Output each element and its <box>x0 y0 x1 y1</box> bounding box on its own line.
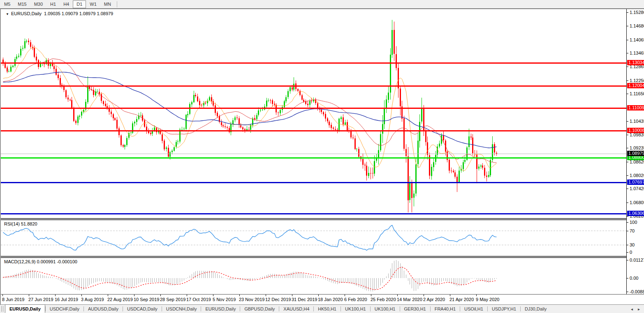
macd-value-label: MACD(12,26,9) 0.000991 -0.000100 <box>4 259 77 264</box>
macd-tick <box>627 278 628 278</box>
timeframe-button-h1[interactable]: H1 <box>46 0 60 8</box>
tab-eurusd-daily[interactable]: EURUSD,Daily <box>201 305 240 313</box>
date-tick <box>187 295 187 296</box>
tab-usdcad-daily[interactable]: USDCAD,Daily <box>123 305 162 313</box>
macd-pane[interactable]: MACD(12,26,9) 0.000991 -0.000100 <box>1 258 626 294</box>
tab-usoil-h1[interactable]: USOil,H1 <box>460 305 487 313</box>
price-tick-label: 1.14065 <box>630 37 644 42</box>
rsi-tick <box>627 222 628 223</box>
tab-dj30-daily[interactable]: DJ30,Daily <box>521 305 551 313</box>
price-tick <box>627 189 628 189</box>
chart-tab-bar: EURUSD,DailyUSDCHF,DailyAUDUSD,DailyUSDC… <box>0 304 644 313</box>
date-tick <box>266 295 266 296</box>
date-label: 3 Aug 2019 <box>81 297 104 302</box>
date-tick <box>371 295 371 296</box>
date-tick <box>213 295 213 296</box>
date-label: 2 Apr 2020 <box>423 297 445 302</box>
tab-ger30-h1[interactable]: GER30,H1 <box>400 305 430 313</box>
tab-fra40-h1[interactable]: FRA40,H1 <box>431 305 460 313</box>
rsi-tick-label: 70 <box>630 228 635 233</box>
date-tick <box>55 295 56 296</box>
timeframe-button-m15[interactable]: M15 <box>14 0 30 8</box>
date-tick <box>450 295 450 296</box>
price-tag-1.12004: 1.12004 <box>627 83 644 88</box>
chart-window[interactable]: ▼EURUSD,Daily 1.09035 1.09079 1.08979 1.… <box>0 9 644 304</box>
tab-uk100-h1[interactable]: UK100,H1 <box>371 305 400 313</box>
tabbar-grip[interactable] <box>1 306 3 312</box>
level-line-1.12004 <box>1 85 626 87</box>
timeframe-button-h4[interactable]: H4 <box>60 0 73 8</box>
price-tick <box>627 216 628 216</box>
symbol-period-label: EURUSD,Daily <box>11 11 42 16</box>
price-tick-label: 1.06805 <box>630 200 644 205</box>
macd-tick <box>627 260 628 260</box>
price-tick-label: 1.10435 <box>630 119 644 124</box>
tab-usdjpy-h1[interactable]: USDJPY,H1 <box>488 305 520 313</box>
candlestick-chart[interactable] <box>1 9 626 218</box>
timeframe-button-w1[interactable]: W1 <box>86 0 100 8</box>
rsi-tick <box>627 231 628 231</box>
tab-scroll-arrows: ◂ ▸ <box>631 307 644 311</box>
tab-audusd-daily[interactable]: AUDUSD,Daily <box>84 305 123 313</box>
current-price-tag: 1.08979 <box>627 151 644 156</box>
date-tick <box>239 295 240 296</box>
date-label: 14 Mar 2020 <box>397 297 422 302</box>
tab-xauusd-h4[interactable]: XAUUSD,H4 <box>279 305 313 313</box>
date-tick <box>424 295 424 296</box>
rsi-tick-label: 0 <box>630 250 632 255</box>
level-line-1.08800 <box>1 157 626 159</box>
date-label: 16 Jul 2019 <box>55 297 78 302</box>
price-axis[interactable]: 1.152801.146801.140651.134651.128651.122… <box>626 9 644 294</box>
tab-usdcnh-daily[interactable]: USDCNH,Daily <box>162 305 201 313</box>
price-tick <box>627 81 628 81</box>
macd-tick <box>627 292 628 292</box>
toolbar-separator <box>117 1 117 7</box>
rsi-chart <box>1 220 626 256</box>
tab-usdchf-daily[interactable]: USDCHF,Daily <box>46 305 83 313</box>
date-tick <box>2 295 3 296</box>
date-label: 10 Sep 2019 <box>134 297 159 302</box>
tab-gbpusd-daily[interactable]: GBPUSD,Daily <box>240 305 279 313</box>
date-label: 25 Feb 2020 <box>371 297 396 302</box>
timeframe-button-mn[interactable]: MN <box>100 0 115 8</box>
level-line-1.13034 <box>1 62 626 64</box>
timeframe-button-m5[interactable]: M5 <box>0 0 14 8</box>
price-tick <box>627 175 628 176</box>
price-tick <box>627 148 628 148</box>
price-tick <box>627 162 628 162</box>
date-label: 18 Jan 2020 <box>318 297 343 302</box>
date-axis[interactable]: 8 Jun 201927 Jun 201916 Jul 20193 Aug 20… <box>1 294 644 305</box>
chevron-down-icon: ▼ <box>6 12 9 16</box>
date-tick <box>81 295 82 296</box>
price-tick-label: 1.09235 <box>630 145 644 150</box>
tab-eurusd-daily[interactable]: EURUSD,Daily <box>5 304 45 313</box>
date-tick <box>29 295 29 296</box>
tab-hk50-h1[interactable]: HK50,H1 <box>314 305 341 313</box>
price-tick <box>627 67 628 67</box>
date-label: 27 Jun 2019 <box>28 297 53 302</box>
rsi-tick <box>627 245 628 245</box>
date-label: 8 Jun 2019 <box>2 297 24 302</box>
rsi-pane[interactable]: RSI(14) 51.8820 <box>1 220 626 256</box>
timeframe-button-m30[interactable]: M30 <box>30 0 46 8</box>
date-tick <box>108 295 108 296</box>
date-tick <box>397 295 398 296</box>
date-tick <box>318 295 319 296</box>
price-tick-label: 1.07420 <box>630 186 644 191</box>
price-tick-label: 1.08020 <box>630 173 644 178</box>
price-pane[interactable]: ▼EURUSD,Daily 1.09035 1.09079 1.08979 1.… <box>1 9 626 218</box>
date-tick <box>292 295 292 296</box>
price-tick <box>627 203 628 203</box>
rsi-value-label: RSI(14) 51.8820 <box>4 221 37 226</box>
tab-uk100-h1[interactable]: UK100,H1 <box>341 305 370 313</box>
price-tick <box>627 40 628 40</box>
rsi-tick-label: 100 <box>630 220 637 225</box>
tab-scroll-left-icon[interactable]: ◂ <box>631 307 633 311</box>
date-label: 6 Feb 2020 <box>344 297 367 302</box>
level-line-1.07697 <box>1 182 626 183</box>
price-tag-1.10008: 1.10008 <box>627 128 644 133</box>
date-label: 21 Apr 2020 <box>449 297 474 302</box>
price-tick-label: 1.14680 <box>630 23 644 28</box>
tab-scroll-right-icon[interactable]: ▸ <box>638 307 640 311</box>
timeframe-button-d1[interactable]: D1 <box>73 0 86 8</box>
